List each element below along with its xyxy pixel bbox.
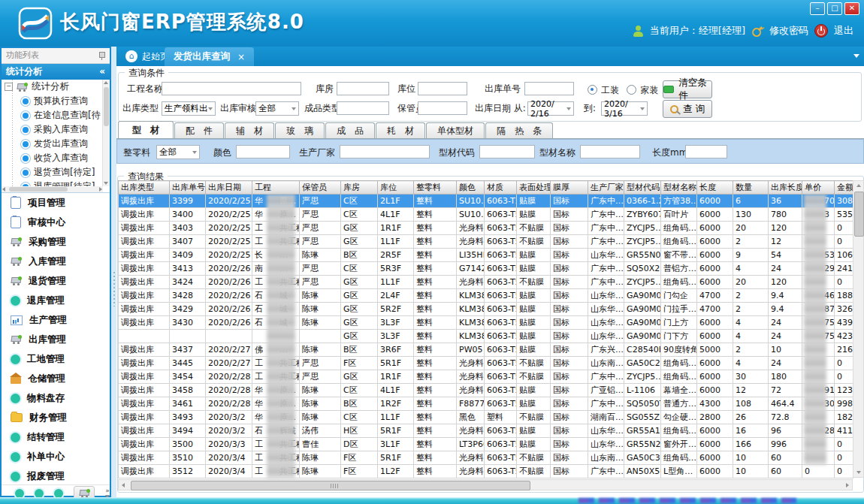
- column-header[interactable]: 数量: [733, 181, 769, 195]
- tab-list-chevron-icon[interactable]: [853, 54, 859, 58]
- search-button[interactable]: 查 询: [663, 100, 712, 118]
- table-row[interactable]: 调拨出库34302020/2/26石城陈琳G区3L3F整料KLM38176063…: [119, 316, 853, 330]
- column-header[interactable]: 整零料: [414, 181, 457, 195]
- sidebar-module-生产管理[interactable]: 生产管理: [2, 310, 110, 330]
- tree-item[interactable]: 采购入库查询: [2, 122, 103, 137]
- column-header[interactable]: 材质: [485, 181, 517, 195]
- table-row[interactable]: 调拨出库34002020/2/25华原…严思C区4L1F整料SU10…6063-…: [119, 208, 853, 222]
- tab-close-icon[interactable]: ×: [237, 52, 245, 62]
- table-row[interactable]: 调拨出库34132020/2/26南…严思C区5R3F整料G714226063-…: [119, 262, 853, 276]
- column-header[interactable]: 单价: [802, 181, 835, 195]
- material-tab-3[interactable]: 辅 材: [225, 122, 274, 138]
- table-row[interactable]: 调拨出库35122020/3/4工共工程陈琳F区1L2F整料光身料6063-T5…: [119, 465, 853, 478]
- sidebar-module-采购管理[interactable]: 采购管理: [2, 232, 110, 252]
- sidebar-module-报废管理[interactable]: 报废管理: [2, 466, 110, 484]
- table-row[interactable]: 调拨出库34292020/2/26石城陈琳G区5R2F整料KLM38176063…: [119, 303, 853, 316]
- column-header[interactable]: 长度: [697, 181, 733, 195]
- column-header[interactable]: 膜厚: [551, 181, 588, 195]
- column-header[interactable]: 颜色: [457, 181, 485, 195]
- sidebar-module-财务管理[interactable]: 财务管理: [2, 408, 110, 427]
- column-header[interactable]: 出库长度: [769, 181, 802, 195]
- date-to-picker[interactable]: 2020/ 3/16: [601, 101, 648, 116]
- audit-combobox[interactable]: 全部: [255, 101, 299, 116]
- length-input[interactable]: [685, 145, 727, 158]
- column-header[interactable]: 工程: [252, 181, 300, 195]
- home-decoration-radio[interactable]: [627, 85, 636, 95]
- material-tab-2[interactable]: 配 件: [174, 122, 224, 138]
- column-header[interactable]: 库房: [341, 181, 378, 195]
- clear-conditions-button[interactable]: 清空条件: [663, 80, 712, 98]
- project-name-input[interactable]: [162, 82, 301, 95]
- table-row[interactable]: G区3L3F整料KLM38176063-T5贴膜国标山东华…GA90M09…门下…: [119, 330, 853, 343]
- pin-icon[interactable]: [98, 52, 105, 60]
- table-row[interactable]: 调拨出库35102020/3/4工共工程陈琳F区5R1F整料光身料6063-T5…: [119, 451, 853, 465]
- sidebar-module-仓储管理[interactable]: 仓储管理: [2, 369, 110, 388]
- material-tab-1[interactable]: 型 材: [118, 121, 174, 138]
- section-header[interactable]: 统计分析 «: [2, 64, 110, 80]
- material-tab-7[interactable]: 单体型材: [426, 122, 485, 138]
- tree-item[interactable]: 退货查询[待定]: [2, 165, 103, 180]
- column-header[interactable]: 金额: [835, 181, 853, 195]
- tree-item[interactable]: 在途信息查询[待: [2, 108, 103, 122]
- location-input[interactable]: [418, 82, 467, 95]
- sidebar-module-结转管理[interactable]: 结转管理: [2, 427, 110, 447]
- collapse-icon[interactable]: «: [99, 64, 105, 80]
- panel-splitter[interactable]: [111, 47, 116, 497]
- material-tab-4[interactable]: 玻 璃: [275, 122, 325, 138]
- tree-horizontal-scrollbar[interactable]: [2, 186, 103, 192]
- table-row[interactable]: 调拨出库35002020/3/3工共工程曹佳D区3L1F整料LT3P606063…: [119, 438, 853, 451]
- minimize-button[interactable]: –: [810, 2, 825, 15]
- date-from-picker[interactable]: 2020/ 2/16: [527, 101, 574, 116]
- industrial-radio[interactable]: [588, 85, 597, 95]
- profile-code-input[interactable]: [479, 145, 535, 158]
- warehouse-input[interactable]: [337, 82, 389, 95]
- sidebar-module-补单中心[interactable]: 补单中心: [2, 447, 110, 466]
- home-decoration-radio-label[interactable]: 家装: [640, 85, 658, 95]
- table-row[interactable]: 调拨出库34242020/2/26工共工程严思G区1L1F整料光身料6063-T…: [119, 276, 853, 289]
- table-row[interactable]: 调拨出库33992020/2/25华原…严思C区2L1F整料SU10…6063-…: [119, 195, 853, 208]
- table-row[interactable]: 调拨出库34542020/2/28工共工程严思G区1R1F整料光身料6063-T…: [119, 370, 853, 384]
- sidebar-module-退库管理[interactable]: 退库管理: [2, 291, 110, 310]
- column-header[interactable]: 保管员: [300, 181, 341, 195]
- tree-expander-icon[interactable]: −: [5, 83, 13, 91]
- column-header[interactable]: 型材代码: [624, 181, 661, 195]
- column-header[interactable]: 表面处理: [517, 181, 551, 195]
- column-header[interactable]: 型材名称: [661, 181, 697, 195]
- table-row[interactable]: 调拨出库34092020/2/25长…陈琳B区2R5F整料LI35HD6063-…: [119, 249, 853, 262]
- tree-item[interactable]: 退库管理[待定]: [2, 180, 103, 186]
- keeper-input[interactable]: [418, 101, 467, 115]
- table-row[interactable]: 调拨出库34452020/2/27工共工程严思F区5R1F整料光身料6063-T…: [119, 357, 853, 370]
- table-row[interactable]: 调拨出库34932020/3/2华原…陈琳C区1L1F整料黑色塑料不贴膜国标湖南…: [119, 411, 853, 424]
- table-row[interactable]: 调拨出库34942020/3/2石辉城汤伟H区5R1F整料光身料6063-T5贴…: [119, 424, 853, 438]
- sidebar-module-出库管理[interactable]: 出库管理: [2, 330, 110, 349]
- tree-item[interactable]: 发货出库查询: [2, 137, 103, 151]
- sidebar-module-入库管理[interactable]: 入库管理: [2, 252, 110, 271]
- color-input[interactable]: [236, 145, 290, 158]
- material-tab-8[interactable]: 隔 热 条: [485, 122, 553, 138]
- sidebar-module-物料盘存[interactable]: 物料盘存: [2, 388, 110, 408]
- column-header[interactable]: 库位: [378, 181, 414, 195]
- material-tab-5[interactable]: 成 品: [325, 122, 375, 138]
- maximize-button[interactable]: □: [827, 2, 842, 15]
- tab-shipment-out-query[interactable]: 发货出库查询 ×: [165, 47, 254, 66]
- change-password-link[interactable]: 修改密码: [769, 24, 808, 38]
- column-header[interactable]: 出库日期: [206, 181, 252, 195]
- whole-part-combobox[interactable]: 全部: [156, 145, 200, 159]
- product-type-input[interactable]: [337, 101, 389, 115]
- column-header[interactable]: 出库单号: [170, 181, 206, 195]
- horizontal-scrollbar[interactable]: [118, 479, 853, 490]
- column-header[interactable]: 出库类型: [119, 181, 170, 195]
- close-button[interactable]: ✕: [844, 2, 859, 15]
- tree-item[interactable]: 预算执行查询: [2, 94, 103, 108]
- tree-item[interactable]: 收货入库查询: [2, 151, 103, 165]
- profile-name-input[interactable]: [580, 145, 640, 158]
- tree-vertical-scrollbar[interactable]: [102, 80, 110, 186]
- material-tab-6[interactable]: 耗 材: [376, 122, 425, 138]
- sidebar-module-工地管理[interactable]: 工地管理: [2, 349, 110, 369]
- sidebar-module-退货管理[interactable]: 退货管理: [2, 271, 110, 291]
- vertical-scrollbar[interactable]: [853, 180, 864, 478]
- manufacturer-input[interactable]: [340, 145, 430, 158]
- sidebar-module-审核中心[interactable]: 审核中心: [2, 213, 110, 232]
- table-row[interactable]: 调拨出库34372020/2/27佛…陈琳B区3R6F整料PW056063-T5…: [119, 343, 853, 357]
- logout-link[interactable]: 退出: [834, 24, 853, 38]
